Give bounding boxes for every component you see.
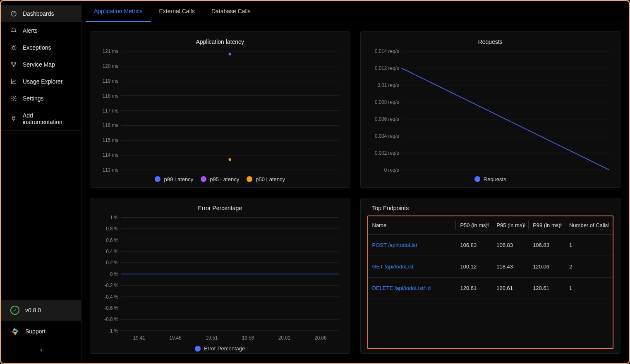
cell-p50: 100.12 [456, 256, 492, 277]
cell-p95: 120.61 [492, 277, 529, 299]
sidebar-item-label: Service Map [23, 61, 55, 68]
sort-icon: ▲▼ [559, 223, 563, 228]
sidebar-item-dashboards[interactable]: Dashboards [1, 5, 81, 22]
chart-legend: Error Percentage [97, 343, 343, 352]
chart-legend: p99 Latency p95 Latency p50 Latency [97, 174, 343, 183]
sidebar-item-alerts[interactable]: Alerts [1, 22, 81, 39]
tab-external-calls[interactable]: External Calls [151, 1, 203, 22]
svg-point-4 [13, 66, 14, 67]
svg-text:114 ms: 114 ms [103, 152, 118, 158]
cell-p95: 118.43 [492, 256, 529, 277]
legend-dot-icon [155, 176, 160, 182]
cell-p50: 120.61 [456, 277, 492, 299]
gear-icon [10, 95, 17, 102]
sort-icon: ▲▼ [607, 223, 610, 228]
dashboard-icon [10, 10, 17, 17]
svg-point-24 [228, 53, 231, 56]
endpoints-table-wrap: Name P50 (in ms)▲▼ P95 (in ms)▲▼ P99 (in… [367, 216, 614, 350]
legend-p95[interactable]: p95 Latency [201, 176, 239, 182]
plug-icon [10, 115, 17, 122]
legend-dot-icon [474, 176, 480, 182]
svg-text:-0.2 %: -0.2 % [104, 283, 118, 288]
sidebar-item-label: Exceptions [23, 44, 51, 51]
svg-text:0 %: 0 % [110, 271, 119, 276]
sidebar-item-label: Settings [23, 95, 44, 102]
svg-point-5 [13, 98, 14, 99]
tab-database-calls[interactable]: Database Calls [203, 1, 259, 22]
svg-text:20:01: 20:01 [278, 335, 290, 340]
svg-text:-0.8 %: -0.8 % [104, 316, 118, 322]
bug-icon [10, 44, 17, 51]
chevron-left-icon [38, 347, 44, 354]
chart-latency[interactable]: 121 ms120 ms119 ms118 ms117 ms116 ms115 … [97, 48, 343, 174]
main-content: Application Metrics External Calls Datab… [81, 1, 629, 363]
panel-top-endpoints: Top Endpoints Name P50 (in ms)▲▼ P95 (in… [360, 198, 621, 354]
svg-text:0.8 %: 0.8 % [106, 226, 118, 231]
panel-requests: Requests 0.014 req/s0.012 req/s0.01 req/… [360, 31, 621, 188]
chart-icon [10, 78, 17, 85]
tab-application-metrics[interactable]: Application Metrics [86, 1, 151, 22]
sidebar-item-usage-explorer[interactable]: Usage Explorer [1, 73, 81, 90]
sidebar-item-support[interactable]: Support [1, 321, 81, 342]
legend-p50[interactable]: p50 Latency [247, 176, 285, 182]
svg-point-2 [12, 62, 13, 64]
sidebar-item-version[interactable]: ✓ v0.8.0 [1, 300, 81, 321]
svg-point-1 [12, 46, 15, 49]
panel-title: Requests [367, 38, 614, 45]
col-name[interactable]: Name [368, 216, 456, 235]
cell-calls: 1 [565, 277, 613, 299]
svg-text:0.4 %: 0.4 % [106, 248, 118, 254]
svg-text:19:56: 19:56 [242, 335, 254, 340]
svg-text:20:06: 20:06 [314, 335, 327, 340]
legend-p99[interactable]: p99 Latency [155, 176, 193, 182]
col-calls[interactable]: Number of Calls▲▼ [565, 216, 613, 235]
cell-p99: 120.61 [529, 277, 565, 299]
col-p99[interactable]: P99 (in ms)▲▼ [529, 216, 565, 235]
sidebar-item-label: Alerts [23, 27, 38, 34]
panel-error-percentage: Error Percentage 1 %0.8 %0.6 %0.4 %0.2 %… [90, 198, 350, 354]
sidebar-collapse-button[interactable] [1, 342, 81, 359]
col-p95[interactable]: P95 (in ms)▲▼ [492, 216, 529, 235]
cell-calls: 2 [565, 256, 613, 277]
svg-text:116 ms: 116 ms [103, 122, 118, 128]
legend-dot-icon [201, 176, 206, 182]
chart-requests[interactable]: 0.014 req/s0.012 req/s0.01 req/s0.008 re… [367, 48, 614, 174]
svg-text:0.002 req/s: 0.002 req/s [375, 150, 399, 156]
svg-text:19:46: 19:46 [169, 335, 182, 340]
legend-requests[interactable]: Requests [474, 176, 506, 182]
panel-title: Top Endpoints [372, 205, 614, 211]
svg-point-25 [228, 158, 231, 161]
sidebar-item-add-instrumentation[interactable]: Add instrumentation [1, 107, 81, 131]
endpoint-name[interactable]: GET /api/todoList [368, 256, 456, 277]
support-label: Support [25, 328, 46, 335]
svg-point-3 [15, 62, 16, 64]
svg-text:121 ms: 121 ms [103, 48, 118, 54]
svg-text:19:41: 19:41 [133, 335, 145, 340]
cell-p99: 120.06 [529, 256, 565, 277]
svg-text:0.008 req/s: 0.008 req/s [375, 99, 399, 105]
panel-application-latency: Application latency 121 ms120 ms119 ms11… [90, 31, 350, 188]
cell-p50: 106.83 [456, 234, 492, 256]
legend-dot-icon [247, 176, 252, 182]
svg-text:119 ms: 119 ms [103, 78, 118, 84]
endpoint-name[interactable]: POST /api/todoList [368, 234, 456, 256]
table-header-row: Name P50 (in ms)▲▼ P95 (in ms)▲▼ P99 (in… [368, 216, 613, 235]
col-p50[interactable]: P50 (in ms)▲▼ [456, 216, 492, 235]
svg-text:115 ms: 115 ms [103, 137, 118, 143]
dashboard-body: Application latency 121 ms120 ms119 ms11… [81, 22, 629, 363]
svg-text:-0.4 %: -0.4 % [104, 294, 118, 299]
nav-top: Dashboards Alerts Exceptions Service Map… [1, 1, 81, 300]
endpoint-name[interactable]: DELETE /api/todoList/:id [368, 277, 456, 299]
sidebar-item-exceptions[interactable]: Exceptions [1, 39, 81, 56]
sort-icon: ▲▼ [523, 223, 526, 228]
sidebar: Dashboards Alerts Exceptions Service Map… [1, 1, 81, 363]
svg-text:117 ms: 117 ms [103, 108, 118, 113]
sidebar-item-service-map[interactable]: Service Map [1, 56, 81, 73]
sort-icon: ▲▼ [486, 223, 490, 228]
tabs: Application Metrics External Calls Datab… [81, 1, 629, 22]
sidebar-item-label: Add instrumentation [23, 112, 72, 125]
sidebar-item-label: Usage Explorer [23, 78, 63, 85]
chart-error[interactable]: 1 %0.8 %0.6 %0.4 %0.2 %0 %-0.2 %-0.4 %-0… [97, 214, 343, 343]
legend-error[interactable]: Error Percentage [195, 345, 245, 352]
sidebar-item-settings[interactable]: Settings [1, 90, 81, 107]
